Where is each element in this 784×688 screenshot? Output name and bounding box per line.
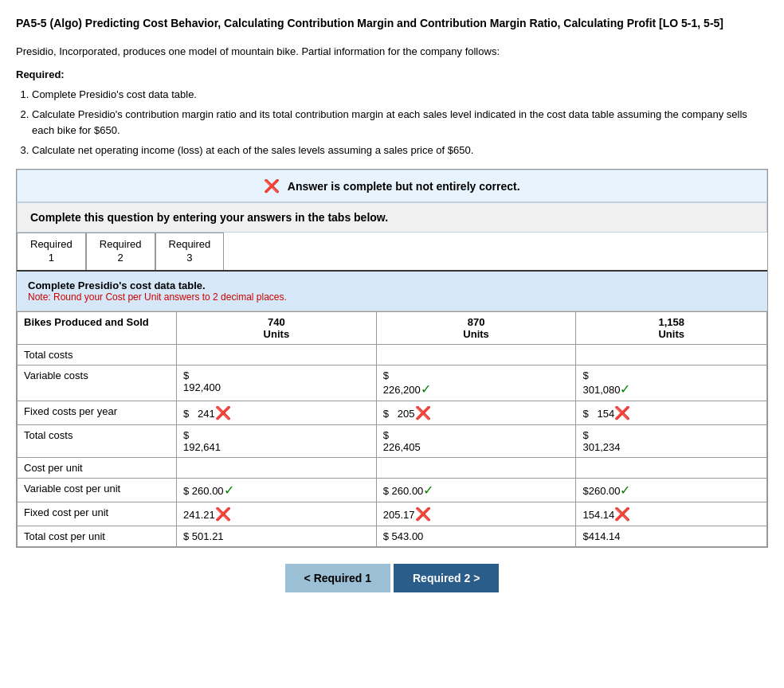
cell-variable-cpu-740: $ 260.00✓	[177, 478, 377, 502]
cell-fixed-cpu-1158: 154.14❌	[576, 502, 767, 526]
alert-box: ❌ Answer is complete but not entirely co…	[17, 170, 767, 202]
dollar-sign: $	[183, 429, 189, 441]
table-row: Cost per unit	[18, 457, 767, 478]
cell-total-costs-1158: $ 301,234	[576, 424, 767, 457]
dollar-sign: $	[582, 429, 588, 441]
instruction-1: Complete Presidio's cost data table.	[32, 87, 768, 104]
dollar-sign: $	[383, 369, 389, 381]
instruction-2: Calculate Presidio's contribution margin…	[32, 107, 768, 140]
cell-total-cpu-740: $ 501.21	[177, 526, 377, 546]
intro-text: Presidio, Incorporated, produces one mod…	[16, 45, 768, 59]
cross-red-icon-5: ❌	[415, 507, 431, 521]
tab-required-1[interactable]: Required1	[17, 233, 86, 270]
check-green-icon-2: ✓	[620, 382, 630, 396]
cell-variable-cpu-1158: $260.00✓	[576, 478, 767, 502]
page-title: PA5-5 (Algo) Predicting Cost Behavior, C…	[16, 16, 768, 32]
cell-total-cpu-870: $ 543.00	[376, 526, 576, 546]
cross-red-icon: ❌	[215, 406, 231, 420]
check-green-icon: ✓	[421, 382, 431, 396]
cross-red-icon-3: ❌	[614, 406, 630, 420]
complete-text: Complete this question by entering your …	[30, 211, 388, 224]
cell-variable-cpu-870: $ 260.00✓	[376, 478, 576, 502]
instruction-3: Calculate net operating income (loss) at…	[32, 143, 768, 159]
cell-total-cpu-1158: $414.14	[576, 526, 767, 546]
cross-red-icon-2: ❌	[415, 406, 431, 420]
row-label-fixed-cost-per-unit: Fixed cost per unit	[18, 502, 177, 526]
row-label-variable-cost-per-unit: Variable cost per unit	[18, 478, 177, 502]
cell-fixed-cpu-740: 241.21❌	[177, 502, 377, 526]
cell-total-costs-870: $ 226,405	[376, 424, 576, 457]
required-label: Required:	[16, 68, 768, 80]
tab-content-header: Complete Presidio's cost data table. Not…	[17, 272, 767, 311]
table-row: Variable costs $ 192,400 $ 226,200✓ $ 30…	[18, 365, 767, 401]
cell-total-costs-header-1158	[576, 344, 767, 365]
row-label-total-costs-header: Total costs	[18, 344, 177, 365]
tab-required-2[interactable]: Required2	[86, 233, 155, 270]
cross-red-icon-6: ❌	[614, 507, 630, 521]
table-row: Fixed cost per unit 241.21❌ 205.17❌ 154.…	[18, 502, 767, 526]
cell-fixed-costs-870: $ 205❌	[376, 401, 576, 424]
row-label-total-cpu: Total cost per unit	[18, 526, 177, 546]
cell-variable-costs-870: $ 226,200✓	[376, 365, 576, 401]
cell-variable-costs-740: $ 192,400	[177, 365, 377, 401]
dollar-sign: $	[183, 369, 189, 381]
next-button[interactable]: Required 2 >	[394, 564, 499, 592]
tab-note-text: Note: Round your Cost per Unit answers t…	[28, 291, 756, 303]
cell-total-costs-header-740	[177, 344, 377, 365]
prev-button[interactable]: < Required 1	[285, 564, 390, 592]
cell-variable-costs-1158: $ 301,080✓	[576, 365, 767, 401]
tabs-row: Required1 Required2 Required3	[17, 233, 767, 272]
cell-cost-per-unit-header-1158	[576, 457, 767, 478]
col-header-1158: 1,158Units	[576, 311, 767, 344]
cell-fixed-cpu-870: 205.17❌	[376, 502, 576, 526]
row-label-total-costs: Total costs	[18, 424, 177, 457]
outer-container: ❌ Answer is complete but not entirely co…	[16, 169, 768, 548]
cell-total-costs-header-870	[376, 344, 576, 365]
cost-data-table: Bikes Produced and Sold 740Units 870Unit…	[17, 311, 767, 547]
col-header-740: 740Units	[177, 311, 377, 344]
instructions-list: Complete Presidio's cost data table. Cal…	[16, 87, 768, 159]
alert-icon: ❌	[264, 179, 280, 193]
table-row: Fixed costs per year $ 241❌ $ 205❌ $ 154…	[18, 401, 767, 424]
cell-fixed-costs-1158: $ 154❌	[576, 401, 767, 424]
table-row: Variable cost per unit $ 260.00✓ $ 260.0…	[18, 478, 767, 502]
col-header-870: 870Units	[376, 311, 576, 344]
tab-required-3[interactable]: Required3	[155, 233, 225, 270]
col-header-label: Bikes Produced and Sold	[18, 311, 177, 344]
dollar-sign: $	[383, 429, 389, 441]
row-label-cost-per-unit-header: Cost per unit	[18, 457, 177, 478]
cell-total-costs-740: $ 192,641	[177, 424, 377, 457]
table-row: Total costs $ 192,641 $ 226,405 $ 301,23…	[18, 424, 767, 457]
complete-box: Complete this question by entering your …	[17, 202, 767, 233]
tab-main-text: Complete Presidio's cost data table.	[28, 280, 756, 291]
cell-cost-per-unit-header-740	[177, 457, 377, 478]
cell-cost-per-unit-header-870	[376, 457, 576, 478]
cross-red-icon-4: ❌	[215, 507, 231, 521]
check-green-icon-4: ✓	[423, 483, 433, 497]
dollar-sign: $	[582, 369, 588, 381]
table-row: Total cost per unit $ 501.21 $ 543.00 $4…	[18, 526, 767, 546]
nav-buttons: < Required 1 Required 2 >	[16, 564, 768, 592]
check-green-icon-3: ✓	[224, 483, 234, 497]
row-label-fixed-costs: Fixed costs per year	[18, 401, 177, 424]
table-row: Total costs	[18, 344, 767, 365]
cell-fixed-costs-740: $ 241❌	[177, 401, 377, 424]
row-label-variable-costs: Variable costs	[18, 365, 177, 401]
check-green-icon-5: ✓	[620, 483, 630, 497]
alert-text: Answer is complete but not entirely corr…	[288, 180, 520, 193]
